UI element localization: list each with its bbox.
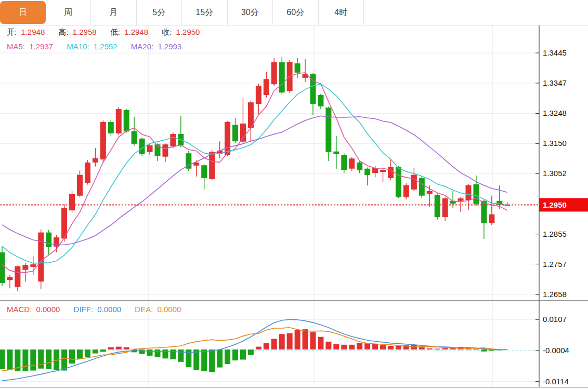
- open-label: 开:: [7, 28, 17, 36]
- macd-bar: [248, 349, 254, 355]
- candle-body: [481, 201, 487, 223]
- close-label: 收:: [162, 28, 172, 36]
- price-tick-label: 1.2757: [543, 260, 567, 268]
- candle-body: [170, 134, 176, 146]
- candle-body: [264, 79, 269, 95]
- macd-tick-label: -0.0004: [543, 346, 569, 355]
- macd-bar: [124, 347, 129, 349]
- macd-bar: [396, 345, 401, 349]
- macd-tick-label: 0.0107: [543, 315, 567, 324]
- price-tick-label: 1.3052: [543, 169, 567, 178]
- macd-bar: [357, 343, 362, 349]
- timeframe-tab-2[interactable]: 月: [91, 0, 137, 25]
- candle-body: [77, 175, 83, 196]
- candle-body: [132, 131, 137, 144]
- timeframe-tab-0[interactable]: 日: [0, 1, 46, 24]
- candle-body: [364, 169, 370, 175]
- candle-body: [85, 163, 90, 183]
- macd-bar: [372, 344, 378, 349]
- candle-body: [139, 139, 145, 154]
- macd-bar: [46, 349, 51, 369]
- macd-bar: [217, 349, 223, 368]
- high-label: 高:: [58, 28, 68, 36]
- current-price-badge-text: 1.2950: [543, 200, 567, 209]
- candle-body: [124, 110, 129, 131]
- candle-body: [427, 191, 433, 194]
- candle-body: [209, 152, 215, 179]
- candle-body: [15, 266, 20, 287]
- macd-tick-label: -0.0114: [543, 377, 569, 386]
- candle-body: [442, 198, 448, 217]
- macd-bar: [419, 347, 425, 349]
- timeframe-tab-6[interactable]: 60分: [273, 0, 319, 25]
- price-tick-label: 1.3150: [543, 139, 567, 147]
- macd-bar: [7, 349, 12, 370]
- diff-value: 0.0000: [97, 305, 121, 314]
- diff-label: DIFF:: [74, 305, 94, 314]
- macd-bar: [108, 347, 114, 349]
- candle-body: [403, 185, 409, 197]
- candle-body: [295, 63, 300, 73]
- macd-bar: [481, 349, 487, 352]
- candle-body: [256, 86, 262, 104]
- macd-bar: [240, 349, 246, 359]
- candle-body: [108, 122, 114, 133]
- timeframe-tab-1[interactable]: 周: [46, 0, 92, 25]
- candle-body: [396, 167, 401, 197]
- macd-bar: [170, 349, 176, 359]
- candles-group: [0, 57, 510, 291]
- macd-bar: [303, 329, 308, 349]
- timeframe-tab-7[interactable]: 4时: [319, 0, 364, 25]
- candle-body: [489, 214, 494, 223]
- candle-body: [473, 184, 479, 204]
- open-value: 1.2948: [21, 28, 45, 36]
- macd-label: MACD:: [7, 305, 32, 314]
- candle-body: [388, 167, 394, 178]
- macd-bar: [473, 348, 479, 349]
- candle-body: [279, 62, 285, 92]
- macd-bar: [364, 343, 370, 349]
- ma20-label: MA20:: [131, 42, 153, 51]
- macd-bar: [178, 349, 184, 362]
- macd-info-row: MACD: 0.0000 DIFF: 0.0000 DEA: 0.0000: [7, 305, 183, 314]
- candle-body: [147, 145, 153, 152]
- macd-bar: [209, 349, 215, 372]
- macd-bar: [232, 349, 238, 360]
- candle-body: [46, 233, 51, 247]
- macd-bar: [310, 332, 316, 349]
- macd-bar: [264, 343, 269, 349]
- candle-body: [30, 264, 36, 267]
- macd-bar: [287, 333, 293, 349]
- macd-bar: [388, 346, 394, 349]
- candle-body: [232, 125, 238, 141]
- candle-body: [22, 265, 28, 270]
- ma-info-row: MA5: 1.2937 MA10: 1.2952 MA20: 1.2993: [7, 42, 184, 51]
- macd-bar: [155, 349, 161, 357]
- price-axis-labels: 1.34451.33471.32481.31501.30521.28551.27…: [535, 48, 569, 386]
- price-tick-label: 1.3347: [543, 78, 567, 87]
- macd-bar: [225, 349, 230, 364]
- timeframe-tab-5[interactable]: 30分: [228, 0, 273, 25]
- low-label: 低:: [110, 28, 120, 36]
- price-chart-canvas[interactable]: 1.34451.33471.32481.31501.30521.28551.27…: [0, 0, 588, 390]
- timeframe-tab-3[interactable]: 5分: [137, 0, 182, 25]
- macd-bar: [435, 348, 440, 349]
- macd-bar: [380, 345, 386, 349]
- candle-body: [435, 195, 440, 217]
- candle-body: [225, 122, 230, 155]
- high-value: 1.2958: [73, 28, 97, 36]
- timeframe-tab-4[interactable]: 15分: [182, 0, 228, 25]
- macd-bar: [61, 349, 67, 371]
- price-tick-label: 1.2855: [543, 230, 567, 238]
- ma10-label: MA10:: [67, 42, 89, 51]
- macd-bar: [201, 349, 207, 371]
- candle-body: [341, 155, 347, 170]
- ma5-label: MA5:: [7, 42, 25, 51]
- macd-bar: [69, 349, 75, 364]
- macd-value: 0.0000: [36, 305, 60, 314]
- macd-bar: [341, 345, 347, 349]
- macd-bar: [427, 348, 433, 349]
- kline-app: { "tabs": { "items": [ {"label":"日","sel…: [0, 0, 588, 390]
- candle-body: [333, 152, 339, 154]
- ohlc-info-row: 开: 1.2948 高: 1.2958 低: 1.2948 收: 1.2950: [7, 28, 202, 37]
